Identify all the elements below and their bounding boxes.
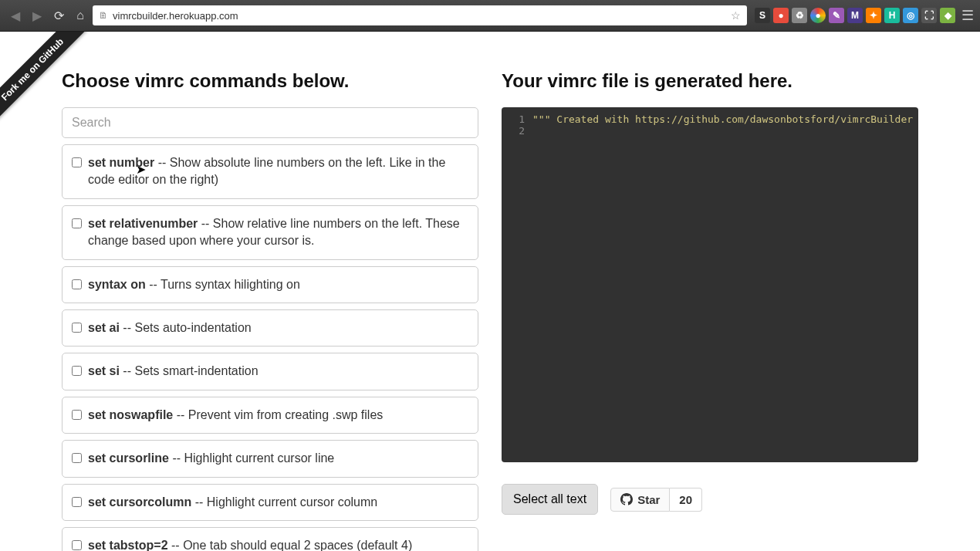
extension-icon[interactable]: M — [847, 8, 863, 23]
forward-button[interactable]: ▶ — [28, 6, 46, 25]
extension-icon[interactable]: ◎ — [903, 8, 918, 23]
extension-icons: S●♻●✎M✦H◎⛶◆ — [755, 8, 955, 23]
reload-button[interactable]: ⟳ — [49, 6, 68, 25]
extension-icon[interactable]: ✎ — [829, 8, 844, 23]
url-bar[interactable]: 🗎 vimrcbuilder.herokuapp.com ☆ — [93, 5, 747, 25]
home-button[interactable]: ⌂ — [71, 6, 90, 25]
extension-icon[interactable]: ● — [773, 8, 789, 23]
browser-toolbar: ◀ ▶ ⟳ ⌂ 🗎 vimrcbuilder.herokuapp.com ☆ S… — [0, 0, 980, 32]
extension-icon[interactable]: ● — [810, 8, 826, 23]
extension-icon[interactable]: ✦ — [866, 8, 881, 23]
bookmark-star-icon[interactable]: ☆ — [731, 9, 741, 22]
hamburger-menu-icon[interactable]: ☰ — [961, 7, 974, 24]
extension-icon[interactable]: ♻ — [792, 8, 807, 23]
extension-icon[interactable]: ◆ — [940, 8, 955, 23]
url-text: vimrcbuilder.herokuapp.com — [113, 10, 238, 22]
page-icon: 🗎 — [99, 10, 108, 21]
extension-icon[interactable]: H — [884, 8, 900, 23]
back-button[interactable]: ◀ — [6, 6, 25, 25]
extension-icon[interactable]: ⛶ — [921, 8, 937, 23]
extension-icon[interactable]: S — [755, 8, 770, 23]
